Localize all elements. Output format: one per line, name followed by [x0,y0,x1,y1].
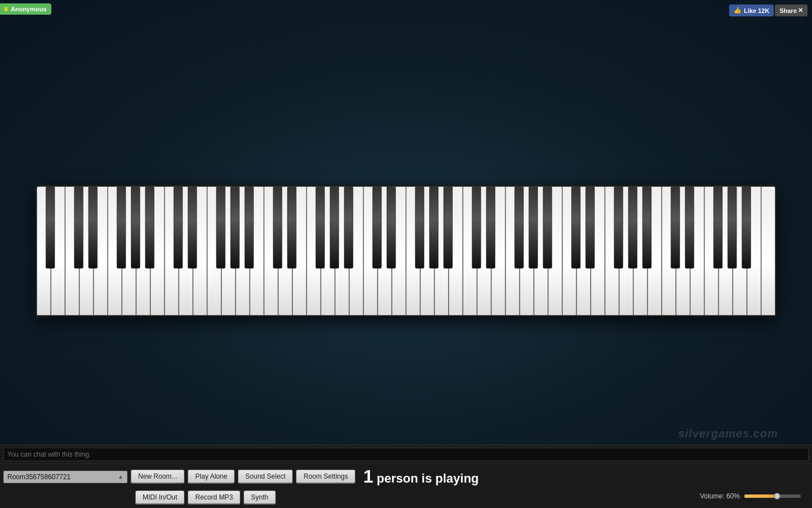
black-key-A#4[interactable] [444,186,453,268]
players-info: 1 person is playing [363,466,479,487]
black-key-A#2[interactable] [245,186,254,268]
fb-thumb-icon: 👍 [734,7,742,14]
piano-container [37,186,775,316]
black-key-D#1[interactable] [89,186,98,268]
play-alone-label: Play Alone [195,472,227,480]
black-key-D#3[interactable] [288,186,297,268]
black-key-G#5[interactable] [529,186,538,268]
black-key-G#6[interactable] [628,186,637,268]
black-key-D#6[interactable] [586,186,595,268]
room-name-label: Room356758607721 [7,473,70,481]
black-key-D#2[interactable] [188,186,197,268]
synth-label: Synth [251,493,268,501]
volume-slider[interactable] [744,494,801,498]
play-alone-button[interactable]: Play Alone [188,470,235,484]
midi-inout-label: MIDI In/Out [143,493,177,501]
new-room-button[interactable]: New Room... [131,470,184,484]
username-label: Anonymous [11,6,47,12]
share-button[interactable]: Share ✕ [775,5,807,16]
crown-icon: ♛ [3,6,8,12]
controls-row-1: Room356758607721 ▲ New Room... Play Alon… [0,464,812,489]
black-key-G#4[interactable] [430,186,439,268]
black-key-F#2[interactable] [217,186,226,268]
black-key-A#1[interactable] [145,186,155,268]
user-tag[interactable]: ♛ Anonymous [0,3,51,15]
black-key-C#2[interactable] [174,186,183,268]
black-key-D#7[interactable] [685,186,694,268]
volume-thumb-icon[interactable] [774,493,780,500]
black-key-G#3[interactable] [330,186,339,268]
black-key-G#7[interactable] [728,186,737,268]
facebook-like-button[interactable]: 👍 Like 12K [729,5,774,16]
black-key-A#0[interactable] [46,186,55,268]
midi-inout-button[interactable]: MIDI In/Out [135,491,184,505]
volume-label: Volume: 60% [700,492,740,500]
sound-select-button[interactable]: Sound Select [238,470,293,484]
black-key-F#5[interactable] [515,186,524,268]
black-key-C#4[interactable] [373,186,382,268]
bottom-bar: Room356758607721 ▲ New Room... Play Alon… [0,445,812,508]
black-key-F#6[interactable] [614,186,623,268]
piano-keyboard[interactable] [37,186,775,316]
black-key-C#6[interactable] [571,186,580,268]
black-key-G#1[interactable] [131,186,140,268]
fb-like-label: Like 12K [744,7,769,14]
black-key-F#7[interactable] [713,186,722,268]
record-mp3-button[interactable]: Record MP3 [188,491,240,505]
top-bar: 👍 Like 12K Share ✕ [725,0,812,21]
black-key-C#5[interactable] [472,186,481,268]
sound-select-label: Sound Select [245,472,285,480]
volume-control: Volume: 60% [700,492,801,500]
black-key-G#2[interactable] [231,186,240,268]
dropdown-arrow-icon: ▲ [118,474,123,480]
chat-input-row [0,445,812,464]
black-key-A#3[interactable] [344,186,353,268]
room-selector[interactable]: Room356758607721 ▲ [3,471,127,483]
new-room-label: New Room... [138,472,177,480]
black-key-A#5[interactable] [543,186,552,268]
room-settings-button[interactable]: Room Settings [296,470,355,484]
chat-input[interactable] [3,448,809,461]
black-key-F#3[interactable] [316,186,325,268]
black-key-C#7[interactable] [671,186,680,268]
black-key-A#7[interactable] [742,186,751,268]
players-count: 1 [363,466,373,487]
black-key-F#1[interactable] [117,186,126,268]
black-key-C#3[interactable] [273,186,282,268]
black-key-C#1[interactable] [74,186,83,268]
volume-fill [744,494,778,498]
black-key-D#5[interactable] [486,186,495,268]
white-key-C8[interactable] [761,186,775,315]
black-key-F#4[interactable] [415,186,424,268]
players-text: person is playing [377,471,479,485]
watermark: silvergames.com [678,427,778,440]
black-key-A#6[interactable] [642,186,651,268]
black-key-D#4[interactable] [387,186,396,268]
room-settings-label: Room Settings [303,472,348,480]
share-label: Share [779,7,797,14]
controls-row-2: MIDI In/Out Record MP3 Synth [0,489,812,508]
close-icon: ✕ [798,7,803,14]
record-mp3-label: Record MP3 [195,493,233,501]
synth-button[interactable]: Synth [244,491,276,505]
